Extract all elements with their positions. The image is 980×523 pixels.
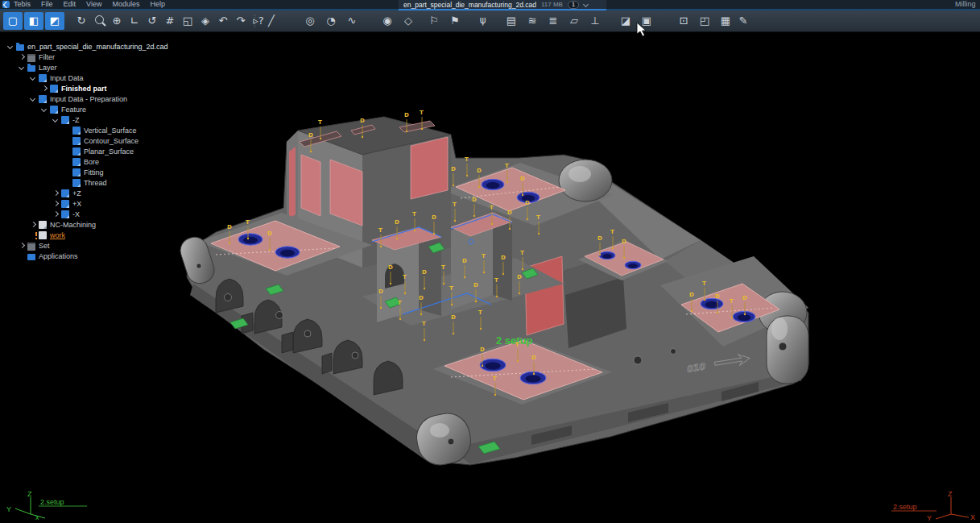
menu-help[interactable]: Help: [150, 0, 165, 9]
tree-item-filter[interactable]: Filter: [2, 52, 187, 62]
tree-item-bore[interactable]: Bore: [2, 156, 187, 167]
box-point-icon[interactable]: ⊡: [674, 12, 693, 30]
view-wireframe-icon[interactable]: ▢: [3, 12, 23, 30]
tree-item-input-data[interactable]: Input Data: [2, 73, 187, 83]
tree-item-input-data-preparation[interactable]: Input Data - Preparation: [2, 93, 187, 104]
plane-icon[interactable]: ▱: [564, 12, 584, 30]
redo-icon[interactable]: ↷: [233, 12, 249, 30]
setup-label-left: 2.setup: [40, 498, 64, 506]
expand-icon[interactable]: [29, 95, 37, 103]
tree-item-planar-surface[interactable]: Planar_Surface: [2, 146, 187, 156]
spacer: [63, 147, 71, 156]
tree-item-applications[interactable]: Applications: [2, 251, 187, 261]
axis-origin-icon[interactable]: ∟: [126, 12, 143, 30]
document-tab[interactable]: en_part_special_die_manufacturing_2d.cad…: [399, 0, 606, 9]
svg-text:T: T: [730, 298, 734, 305]
tree-item-contour-surface[interactable]: Contour_Surface: [2, 135, 187, 146]
export-edit-icon[interactable]: ✎: [734, 12, 753, 30]
svg-text:D: D: [308, 132, 313, 139]
collapse-icon[interactable]: [29, 221, 37, 229]
view-hidden-edges-icon[interactable]: ◧: [24, 12, 43, 30]
curve-icon[interactable]: ∿: [342, 12, 362, 30]
surface-eye-icon[interactable]: ◉: [378, 12, 397, 30]
tree-item-finished-part[interactable]: Finished part: [2, 83, 187, 93]
rotate-view-icon[interactable]: ↺: [144, 12, 160, 30]
axis-z-label: Z: [27, 490, 32, 498]
view-compass-icon[interactable]: ◈: [197, 12, 213, 30]
svg-text:D: D: [520, 176, 525, 182]
die-model[interactable]: 010 2 setup DTDDTDTDTDDTDDTDDTDTDDTDTTDT…: [177, 110, 808, 469]
doc-icon: [39, 221, 47, 229]
tripod-axis-icon[interactable]: ⋔: [473, 12, 492, 30]
expand-icon[interactable]: [6, 43, 14, 51]
flag-surface-icon[interactable]: ⚑: [445, 12, 465, 30]
collapse-icon[interactable]: [52, 210, 60, 218]
svg-text:T: T: [494, 277, 498, 284]
collapse-icon[interactable]: [52, 189, 60, 197]
layer-doc-icon: [72, 127, 81, 135]
collapse-icon[interactable]: [52, 200, 60, 208]
box-icon: [27, 54, 35, 62]
expand-icon[interactable]: [29, 74, 37, 82]
menu-modules[interactable]: Modules: [112, 0, 139, 9]
expand-icon[interactable]: [18, 64, 26, 72]
solid-box-icon[interactable]: ▤: [502, 12, 521, 30]
surface-pick-icon[interactable]: ◔: [321, 12, 341, 30]
collapse-icon[interactable]: [40, 85, 48, 93]
collapse-icon[interactable]: [18, 242, 26, 250]
tree-item-work[interactable]: work: [2, 230, 187, 240]
folder-icon: [27, 65, 35, 72]
corner-frame-icon[interactable]: ◱: [180, 12, 196, 30]
tree-item-nc-machining[interactable]: NC-Machining: [2, 219, 187, 230]
svg-text:D: D: [388, 264, 393, 271]
layer-doc-icon: [72, 137, 81, 145]
thread-feature-icon[interactable]: ≋: [523, 12, 542, 30]
document-title: en_part_special_die_manufacturing_2d.cad: [403, 1, 536, 9]
svg-text:T: T: [702, 280, 706, 287]
tripod-glyph: ⋔: [478, 12, 487, 30]
surface-icon[interactable]: ◇: [399, 12, 418, 30]
svg-text:T: T: [490, 205, 494, 211]
setup-label-right: 2.setup: [893, 503, 917, 511]
view-shaded-icon[interactable]: ◩: [45, 12, 64, 30]
tree-item-vertical-surface[interactable]: Vertical_Surface: [2, 125, 187, 135]
menu-view[interactable]: View: [86, 0, 101, 9]
regenerate-icon[interactable]: ↻: [73, 12, 89, 30]
structure-tree: en_part_special_die_manufacturing_2d.cad…: [2, 41, 187, 261]
collapse-icon[interactable]: [18, 53, 26, 61]
line-icon[interactable]: ╱: [263, 12, 279, 30]
tree-item-layer[interactable]: Layer: [2, 62, 187, 73]
undo-icon[interactable]: ↶: [215, 12, 231, 30]
tree-item-thread[interactable]: Thread: [2, 177, 187, 188]
section-cube-icon[interactable]: ◪: [616, 12, 635, 30]
tree-item-fitting[interactable]: Fitting: [2, 167, 187, 177]
expand-icon[interactable]: [52, 116, 60, 124]
tab-dropdown-icon[interactable]: [584, 2, 589, 7]
screw-bolt-icon[interactable]: ⊥: [585, 12, 605, 30]
grid-icon[interactable]: #: [162, 12, 178, 30]
tree-item-plus-z[interactable]: +Z: [2, 188, 187, 198]
fit-view-icon[interactable]: ⊕: [109, 12, 125, 30]
svg-text:D: D: [473, 282, 478, 288]
layer-doc-icon: [50, 106, 58, 114]
tree-item-feature[interactable]: Feature: [2, 104, 187, 114]
svg-text:D: D: [395, 219, 399, 226]
svg-text:T: T: [520, 250, 524, 256]
folder-icon: [16, 44, 24, 51]
zoom-magnifier-icon[interactable]: [91, 12, 107, 30]
visibility-eye-icon[interactable]: ◎: [300, 12, 320, 30]
axis-y-label: Y: [6, 505, 11, 513]
box-corner-icon[interactable]: ◰: [695, 12, 714, 30]
menu-file[interactable]: File: [41, 0, 53, 9]
menu-tebis[interactable]: Tebis: [14, 0, 31, 9]
tree-item-minus-z[interactable]: -Z: [2, 114, 187, 125]
layer-stack-icon[interactable]: ≣: [544, 12, 563, 30]
tree-item-plus-x[interactable]: +X: [2, 198, 187, 209]
tree-item-set[interactable]: Set: [2, 240, 187, 251]
flag-surface-outline-icon[interactable]: ⚐: [424, 12, 444, 30]
tree-item-minus-x[interactable]: -X: [2, 209, 187, 219]
menu-edit[interactable]: Edit: [64, 0, 76, 9]
svg-text:D: D: [480, 347, 485, 353]
tree-item-root[interactable]: en_part_special_die_manufacturing_2d.cad: [2, 41, 187, 52]
expand-icon[interactable]: [40, 106, 48, 114]
